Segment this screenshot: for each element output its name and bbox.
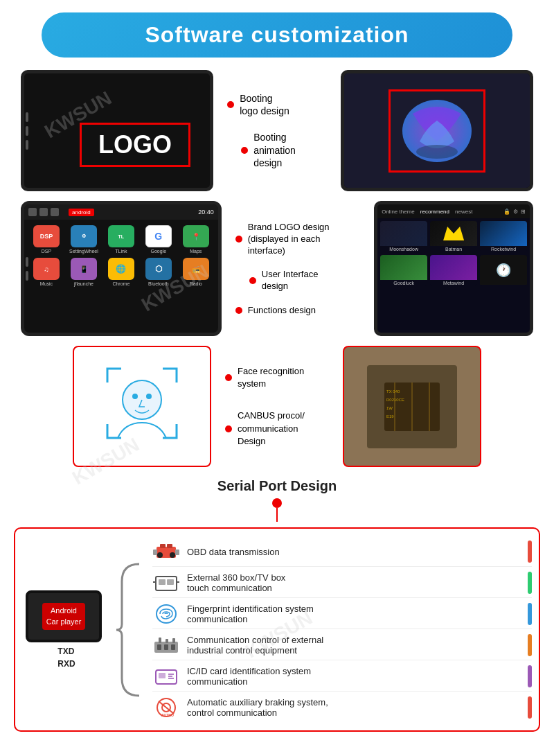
device-android-screen: android 20:40 DSP DSP ⚙ SettingWheel TL … [21,201,222,336]
theme-tab-online: Online theme [382,209,415,215]
obd-item-ic: IC/ID card identification systemcommunic… [152,662,532,692]
device-logo-screen: LOGO [21,70,213,191]
obd-item-obd: OBD data transmission [152,537,532,567]
android-side-dots [26,257,28,281]
dot [26,126,28,136]
braking-icon: AUTKO [152,696,180,719]
canbus-chip-box: TX 040 D0210CE 1W E19 [343,346,481,467]
theme-label-batman: Batman [430,246,477,252]
rxd-label: RXD [52,659,75,669]
annotation-booting-logo: Bootinglogo design [227,92,327,117]
android-player: AndroidCar player TXD RXD [22,537,105,722]
svg-rect-34 [159,673,166,678]
app-icon-radio: 📻 [183,258,209,280]
theme-grid: Moonshadow Batman Rocketwind Goodluck Me… [377,218,530,289]
app-label-dsp: DSP [42,249,51,254]
chip-circuit-icon: TX 040 D0210CE 1W E19 [381,379,443,434]
obd-item-fingerprint: Fingerprint identification systemcommuni… [152,599,532,629]
svg-rect-28 [164,644,168,650]
txd-rxd-labels: TXD RXD [52,647,75,669]
svg-rect-32 [172,638,175,643]
industrial-icon [152,634,180,656]
theme-card-goodluck: Goodluck [380,255,427,286]
topbar-icon [28,208,37,216]
topbar-icon [39,208,48,216]
chip-body: TX 040 D0210CE 1W E19 [367,365,457,448]
svg-rect-29 [171,644,175,650]
dot-red-1 [227,101,234,108]
app-icon-tlink: TL [108,225,134,247]
section-ui: android 20:40 DSP DSP ⚙ SettingWheel TL … [21,201,533,336]
txd-label: TXD [52,647,74,656]
app-icon-phone: 📱 [71,258,97,280]
engine-svg-icon [153,541,179,562]
dot-red-brand [235,236,242,243]
svg-text:D0210CE: D0210CE [386,398,404,402]
obd-items-list: OBD data transmission External 360 box/T… [152,537,532,722]
canbus-label: CANBUS procol/communicationDesign [238,410,305,448]
dot [26,112,28,122]
device-animation-screen [341,70,533,191]
svg-point-25 [157,605,176,623]
svg-rect-31 [166,639,168,643]
app-item-setting: ⚙ SettingWheel [67,225,100,254]
obd-text-ic: IC/ID card identification systemcommunic… [187,666,521,687]
app-item-chrome: 🌐 Chrome [105,258,138,286]
color-bar-obd [528,540,532,563]
dot [26,271,28,281]
player-label: AndroidCar player [42,603,86,630]
app-icon-chrome: 🌐 [108,258,134,280]
face-recognition-label: Face recognitionsystem [238,365,304,390]
dot [26,140,28,150]
annotation-canbus: CANBUS procol/communicationDesign [225,410,329,448]
topbar-time: 20:40 [198,209,214,216]
app-item-music: ♫ Music [30,258,63,286]
booting-animation-label: Booting animationdesign [253,131,327,169]
svg-rect-18 [153,550,157,555]
player-screen: AndroidCar player [26,590,102,642]
lock-icon: 🔒 [503,209,510,215]
face-recognition-icon [100,362,184,452]
settings-icon: ⚙ [513,209,518,215]
app-icon-bluetooth: ⬡ [145,258,172,280]
app-item-phone: 📱 jflaunche [67,258,100,286]
ic-card-svg-icon [153,666,179,687]
device-theme-screen: Online theme recommend newest 🔒 ⚙ ⊞ Moon… [374,201,533,336]
booting-logo-label: Bootinglogo design [240,92,289,117]
topbar-icon [51,208,59,216]
section-serial-port: AndroidCar player TXD RXD [14,527,540,732]
svg-rect-14 [160,544,166,548]
app-label-bluetooth: Bluetooth [148,281,169,286]
app-item-maps: 📍 Maps [179,225,213,254]
app-label-tlink: TLink [115,249,127,254]
svg-rect-21 [159,579,166,585]
header-banner: Software customization [42,12,512,58]
app-item-radio: 📻 Radio [179,258,213,286]
obd-text-obd: OBD data transmission [187,547,521,557]
theme-card-metawind: Metawind [430,255,477,286]
obd-item-braking: AUTKO Automatic auxiliary braking system… [152,693,532,722]
app-icon-music: ♫ [33,258,60,280]
annotation-functions: Functions design [235,305,360,315]
svg-point-16 [157,552,163,558]
app-label-music: Music [40,281,53,286]
app-label-phone: jflaunche [74,281,93,286]
color-bar-ic [528,665,532,687]
dot [26,257,28,267]
dot-red-face [225,374,232,381]
side-dots-left [26,112,28,150]
dot-red-2 [241,147,248,154]
app-label-setting: SettingWheel [69,249,98,254]
obd-item-industrial: Communication control of externalindustr… [152,631,532,660]
section-boot: LOGO Bootinglogo design Booting animatio… [21,70,533,191]
animation-content [344,73,530,188]
annotation-brand-logo: Brand LOGO design(displayed in each inte… [235,222,360,257]
app-item-dsp: DSP DSP [30,225,63,254]
app-icon-maps: 📍 [183,225,209,247]
color-bar-fingerprint [528,603,532,625]
app-item-tlink: TL TLink [105,225,138,254]
braking-svg-icon: AUTKO [154,697,178,718]
section-face-canbus: Face recognitionsystem CANBUS procol/com… [21,346,533,467]
annotation-user-interface: User Interfacedesign [249,269,360,292]
theme-tab-newest: newest [455,209,472,215]
